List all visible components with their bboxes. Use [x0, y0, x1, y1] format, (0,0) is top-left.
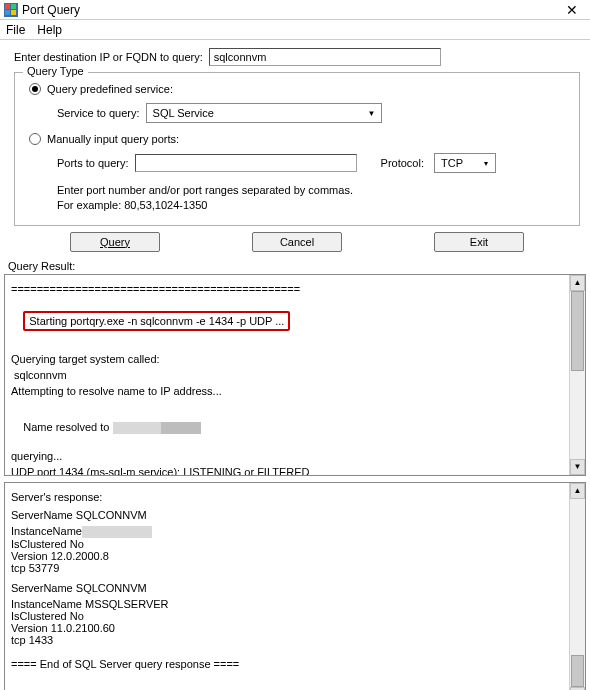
cancel-button[interactable]: Cancel [252, 232, 342, 252]
result-label: Query Result: [8, 260, 590, 272]
window-title: Port Query [22, 3, 558, 17]
service-label: Service to query: [57, 107, 140, 119]
ports-label: Ports to query: [57, 157, 129, 169]
result-pane-1: ========================================… [4, 274, 586, 476]
window-icon [4, 3, 18, 17]
protocol-select[interactable]: TCP ▾ [434, 153, 496, 173]
scroll-thumb[interactable] [571, 291, 584, 371]
destination-label: Enter destination IP or FQDN to query: [14, 51, 203, 63]
scroll-up-icon[interactable]: ▲ [570, 275, 585, 291]
svg-rect-1 [5, 4, 10, 9]
menu-help[interactable]: Help [37, 23, 62, 37]
radio-predefined[interactable] [29, 83, 41, 95]
service-select[interactable]: SQL Service ▼ [146, 103, 382, 123]
redacted-ip [113, 422, 161, 434]
destination-input[interactable] [209, 48, 441, 66]
protocol-value: TCP [441, 157, 463, 169]
scroll-track[interactable] [570, 499, 585, 687]
highlight-starting: Starting portqry.exe -n sqlconnvm -e 143… [23, 311, 290, 331]
scroll-thumb[interactable] [571, 655, 584, 687]
redacted-ip [161, 422, 201, 434]
query-button[interactable]: Query [70, 232, 160, 252]
result-pane-2: Server's response: ServerName SQLCONNVM … [4, 482, 586, 690]
svg-rect-4 [11, 10, 16, 15]
scroll-up-icon[interactable]: ▲ [570, 483, 585, 499]
main-content: Enter destination IP or FQDN to query: Q… [0, 40, 590, 258]
query-type-legend: Query Type [23, 65, 88, 77]
scroll-track[interactable] [570, 291, 585, 459]
close-button[interactable]: ✕ [558, 2, 586, 18]
radio-predefined-label: Query predefined service: [47, 83, 173, 95]
exit-button[interactable]: Exit [434, 232, 524, 252]
scrollbar[interactable]: ▲ ▼ [569, 483, 585, 690]
protocol-label: Protocol: [381, 157, 424, 169]
ports-input[interactable] [135, 154, 357, 172]
chevron-down-icon: ▼ [365, 106, 379, 120]
service-value: SQL Service [153, 107, 214, 119]
scroll-down-icon[interactable]: ▼ [570, 459, 585, 475]
scrollbar[interactable]: ▲ ▼ [569, 275, 585, 475]
radio-manual-label: Manually input query ports: [47, 133, 179, 145]
ports-help: Enter port number and/or port ranges sep… [57, 183, 565, 213]
radio-manual[interactable] [29, 133, 41, 145]
svg-rect-2 [11, 4, 16, 9]
menu-bar: File Help [0, 20, 590, 40]
resolved-prefix: Name resolved to [23, 421, 112, 433]
menu-file[interactable]: File [6, 23, 25, 37]
chevron-down-icon: ▾ [479, 156, 493, 170]
query-type-group: Query Type Query predefined service: Ser… [14, 72, 580, 226]
svg-rect-3 [5, 10, 10, 15]
button-row: Query Cancel Exit [14, 232, 580, 252]
title-bar: Port Query ✕ [0, 0, 590, 20]
redacted-instance [82, 526, 152, 538]
